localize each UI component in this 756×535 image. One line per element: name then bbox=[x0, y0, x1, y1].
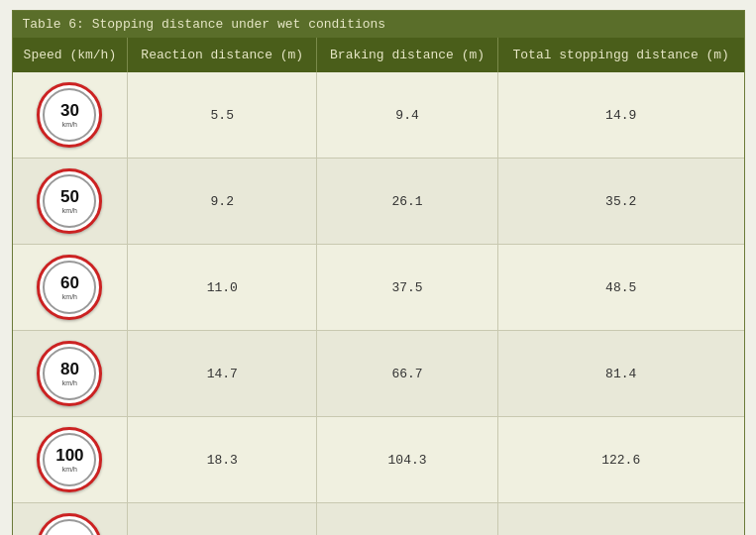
speed-unit-label: km/h bbox=[62, 466, 77, 473]
table-row: 120km/h22150.2172.2 bbox=[13, 503, 744, 536]
speed-cell: 50km/h bbox=[13, 159, 128, 245]
reaction-cell: 5.5 bbox=[128, 72, 317, 159]
speed-number: 100 bbox=[55, 447, 83, 466]
braking-cell: 150.2 bbox=[317, 503, 498, 536]
braking-cell: 66.7 bbox=[317, 331, 498, 417]
col-braking: Braking distance (m) bbox=[317, 38, 498, 72]
total-cell: 172.2 bbox=[497, 503, 743, 536]
total-cell: 122.6 bbox=[497, 417, 743, 503]
speed-sign-inner: 100km/h bbox=[43, 433, 96, 486]
reaction-cell: 22 bbox=[128, 503, 317, 536]
table-row: 60km/h11.037.548.5 bbox=[13, 245, 744, 331]
table-row: 80km/h14.766.781.4 bbox=[13, 331, 744, 417]
speed-unit-label: km/h bbox=[62, 293, 77, 300]
speed-sign: 100km/h bbox=[37, 427, 102, 492]
braking-cell: 104.3 bbox=[317, 417, 498, 503]
speed-sign: 60km/h bbox=[37, 255, 102, 320]
speed-unit-label: km/h bbox=[62, 379, 77, 386]
speed-cell: 100km/h bbox=[13, 417, 128, 503]
speed-sign-inner: 50km/h bbox=[43, 174, 96, 228]
speed-number: 80 bbox=[60, 361, 79, 379]
braking-cell: 9.4 bbox=[317, 72, 498, 159]
speed-unit-label: km/h bbox=[62, 121, 77, 128]
table-row: 30km/h5.59.414.9 bbox=[13, 72, 744, 159]
total-cell: 48.5 bbox=[497, 245, 743, 331]
braking-cell: 26.1 bbox=[317, 159, 498, 245]
braking-cell: 37.5 bbox=[317, 245, 498, 331]
table-row: 50km/h9.226.135.2 bbox=[13, 159, 744, 245]
table-row: 100km/h18.3104.3122.6 bbox=[13, 417, 744, 503]
total-cell: 35.2 bbox=[497, 159, 743, 245]
col-total: Total stoppingg distance (m) bbox=[497, 38, 743, 72]
speed-cell: 30km/h bbox=[13, 72, 128, 159]
speed-sign-inner: 30km/h bbox=[43, 88, 96, 142]
table-header-row: Speed (km/h) Reaction distance (m) Braki… bbox=[13, 38, 744, 72]
total-cell: 81.4 bbox=[497, 331, 743, 417]
stopping-distance-table: Speed (km/h) Reaction distance (m) Braki… bbox=[13, 38, 744, 535]
table-container: Table 6: Stopping distance under wet con… bbox=[12, 10, 745, 535]
reaction-cell: 14.7 bbox=[128, 331, 317, 417]
reaction-cell: 18.3 bbox=[128, 417, 317, 503]
speed-sign: 50km/h bbox=[37, 168, 102, 234]
speed-sign-inner: 80km/h bbox=[43, 347, 96, 400]
total-cell: 14.9 bbox=[497, 72, 743, 159]
speed-number: 30 bbox=[60, 102, 79, 121]
reaction-cell: 9.2 bbox=[128, 159, 317, 245]
reaction-cell: 11.0 bbox=[128, 245, 317, 331]
speed-sign-inner: 60km/h bbox=[43, 261, 96, 314]
speed-number: 50 bbox=[60, 188, 79, 207]
speed-sign-inner: 120km/h bbox=[43, 519, 96, 535]
speed-number: 60 bbox=[60, 274, 79, 293]
col-speed: Speed (km/h) bbox=[13, 38, 128, 72]
speed-sign: 80km/h bbox=[37, 341, 102, 406]
table-title: Table 6: Stopping distance under wet con… bbox=[13, 11, 744, 38]
speed-cell: 80km/h bbox=[13, 331, 128, 417]
speed-sign: 120km/h bbox=[37, 513, 102, 535]
col-reaction: Reaction distance (m) bbox=[128, 38, 317, 72]
speed-cell: 60km/h bbox=[13, 245, 128, 331]
speed-sign: 30km/h bbox=[37, 82, 102, 148]
speed-cell: 120km/h bbox=[13, 503, 128, 536]
speed-unit-label: km/h bbox=[62, 207, 77, 214]
